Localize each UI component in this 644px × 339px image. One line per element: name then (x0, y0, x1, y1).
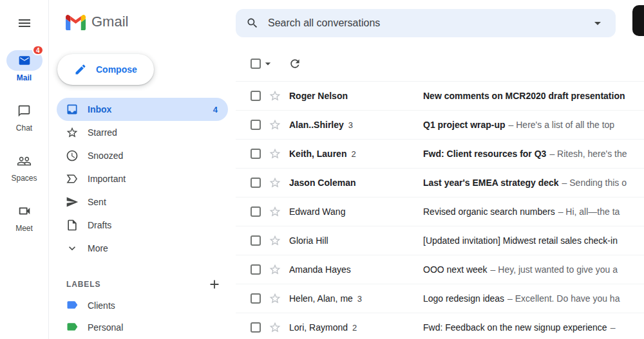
rail-label-chat: Chat (16, 124, 32, 133)
chevron-down-icon (66, 242, 79, 255)
sidebar-item-more[interactable]: More (57, 237, 228, 260)
sidebar-item-label: Important (88, 174, 126, 184)
email-checkbox[interactable] (251, 149, 261, 159)
star-button[interactable] (269, 118, 281, 131)
gmail-logo-icon (66, 14, 86, 30)
email-subject: Q1 project wrap-up (423, 120, 506, 130)
email-row[interactable]: Jason Coleman Last year's EMEA strategy … (236, 169, 644, 197)
sidebar-item-sent[interactable]: Sent (57, 190, 228, 214)
email-sender: Edward Wang (289, 206, 345, 217)
email-checkbox[interactable] (251, 206, 261, 217)
star-icon (269, 292, 281, 305)
refresh-icon (289, 57, 301, 70)
email-checkbox[interactable] (251, 235, 261, 246)
sidebar-item-label: Starred (88, 127, 117, 138)
sidebar-item-important[interactable]: Important (57, 167, 228, 190)
email-row[interactable]: Alan..Shirley 3 Q1 project wrap-up– Here… (236, 111, 644, 140)
star-button[interactable] (269, 292, 281, 305)
chat-icon (17, 104, 31, 118)
email-snippet: – (611, 322, 616, 333)
main-menu-button[interactable] (9, 8, 40, 39)
star-button[interactable] (269, 147, 281, 160)
email-sender: Helen, Alan, me (289, 293, 353, 304)
email-subject: Last year's EMEA strategy deck (423, 178, 559, 188)
draft-icon (66, 219, 79, 232)
meet-pill (6, 201, 43, 221)
sidebar-item-drafts[interactable]: Drafts (57, 214, 228, 237)
sidebar-item-label: Inbox (88, 104, 111, 115)
email-subject: [Updated invitation] Midwest retail sale… (423, 235, 618, 246)
rail-item-spaces[interactable]: Spaces (0, 151, 48, 183)
star-icon (66, 126, 79, 139)
search-input[interactable]: Search all conversations (268, 17, 581, 29)
compose-button[interactable]: Compose (57, 54, 154, 85)
email-row[interactable]: Keith, Lauren 2 Fwd: Client resources fo… (236, 140, 644, 169)
star-button[interactable] (269, 321, 281, 334)
email-checkbox[interactable] (251, 293, 261, 304)
app-title: Gmail (91, 14, 128, 30)
select-all-checkbox[interactable] (251, 59, 261, 69)
email-sender-box: Edward Wang (289, 206, 415, 217)
topbar: Search all conversations (236, 0, 644, 46)
email-sender-box: Jason Coleman (289, 178, 415, 188)
rail-item-chat[interactable]: Chat (0, 100, 48, 133)
email-checkbox[interactable] (251, 264, 261, 275)
email-subject-line: New comments on MCR2020 draft presentati… (423, 91, 644, 101)
mail-unread-badge: 4 (32, 45, 44, 55)
compose-label: Compose (96, 64, 137, 75)
star-button[interactable] (269, 234, 281, 247)
email-row[interactable]: Gloria Hill [Updated invitation] Midwest… (236, 226, 644, 255)
star-button[interactable] (269, 263, 281, 276)
app-rail: 4 Mail Chat Spaces Meet (0, 0, 49, 339)
email-subject: OOO next week (423, 264, 488, 275)
star-button[interactable] (269, 205, 281, 218)
select-dropdown-button[interactable] (261, 57, 274, 70)
rail-item-meet[interactable]: Meet (0, 201, 48, 233)
rail-label-spaces: Spaces (11, 174, 37, 183)
email-subject-line: Last year's EMEA strategy deck– Sending … (423, 178, 644, 188)
sidebar-item-snoozed[interactable]: Snoozed (57, 144, 228, 167)
star-button[interactable] (269, 176, 281, 189)
email-row[interactable]: Amanda Hayes OOO next week– Hey, just wa… (236, 255, 644, 284)
sidebar-item-inbox[interactable]: Inbox 4 (57, 98, 228, 121)
email-sender: Gloria Hill (289, 235, 328, 246)
rail-label-mail: Mail (17, 73, 32, 82)
search-options-button[interactable] (590, 15, 605, 31)
sidebar-item-starred[interactable]: Starred (57, 121, 228, 144)
email-row[interactable]: Lori, Raymond 2 Fwd: Feedback on the new… (236, 313, 644, 339)
email-subject: Revised organic search numbers (423, 206, 555, 217)
email-thread-count: 2 (352, 323, 357, 333)
star-button[interactable] (269, 89, 281, 102)
main-content: Search all conversations Roger Nelson (236, 0, 644, 339)
gmail-app: 4 Mail Chat Spaces Meet (0, 0, 644, 339)
email-checkbox[interactable] (251, 120, 261, 130)
email-checkbox[interactable] (251, 178, 261, 188)
email-sender: Jason Coleman (289, 178, 355, 188)
email-subject-line: Logo redesign ideas– Excellent. Do have … (423, 293, 644, 304)
email-row[interactable]: Roger Nelson New comments on MCR2020 dra… (236, 82, 644, 111)
email-subject-line: Q1 project wrap-up– Here's a list of all… (423, 120, 644, 130)
email-sender-box: Amanda Hayes (289, 264, 415, 275)
plus-icon (207, 277, 222, 291)
email-checkbox[interactable] (251, 322, 261, 333)
sidebar-item-label: Drafts (88, 220, 111, 230)
email-row[interactable]: Edward Wang Revised organic search numbe… (236, 197, 644, 226)
email-row[interactable]: Helen, Alan, me 3 Logo redesign ideas– E… (236, 284, 644, 313)
rail-item-mail[interactable]: 4 Mail (0, 50, 48, 82)
star-icon (269, 263, 281, 276)
email-list: Roger Nelson New comments on MCR2020 dra… (236, 81, 644, 339)
inbox-icon (66, 103, 79, 116)
labels-header-row: LABELS (49, 274, 236, 295)
email-snippet: – Ritesh, here's the (549, 149, 627, 159)
sidebar-label-clients[interactable]: Clients (57, 295, 228, 316)
search-bar[interactable]: Search all conversations (236, 9, 616, 37)
sidebar-label-personal[interactable]: Personal (57, 316, 228, 338)
dropdown-arrow-icon (261, 57, 274, 70)
refresh-button[interactable] (289, 57, 301, 70)
email-sender-box: Keith, Lauren 2 (289, 149, 415, 159)
email-checkbox[interactable] (251, 91, 261, 101)
dropdown-arrow-icon (590, 15, 605, 31)
account-avatar[interactable] (632, 5, 644, 36)
sidebar-nav: Inbox 4 Starred Snoozed Important Sent (49, 98, 236, 260)
add-label-button[interactable] (207, 277, 222, 291)
